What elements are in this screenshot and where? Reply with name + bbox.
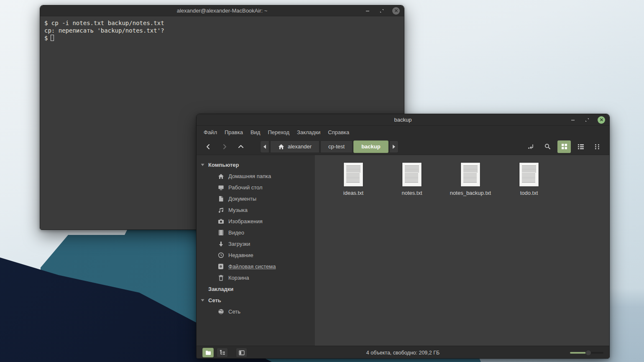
sidebar-row[interactable]: Компьютер	[197, 159, 315, 171]
text-file-thumbnail-icon	[402, 163, 422, 186]
sidebar-row[interactable]: Корзина	[197, 272, 315, 283]
text-file-thumbnail-icon	[344, 163, 363, 186]
terminal-cursor	[51, 35, 54, 41]
camera-icon	[217, 219, 224, 224]
filesystem-icon	[217, 263, 224, 270]
file-manager-window[interactable]: backup ФайлПравкаВидПереходЗакладкиСправ…	[196, 114, 610, 359]
search-icon[interactable]	[541, 140, 554, 153]
terminal-prompt-line: $	[44, 34, 400, 42]
close-icon[interactable]	[598, 116, 605, 124]
menu-item[interactable]: Вид	[247, 127, 264, 137]
breadcrumb-segment[interactable]: backup	[353, 140, 388, 153]
show-treeview-button[interactable]	[217, 348, 228, 357]
text-file-thumbnail-icon	[461, 163, 480, 186]
forward-button[interactable]	[218, 141, 231, 153]
zoom-slider-handle[interactable]	[585, 350, 591, 356]
menu-item[interactable]: Правка	[221, 127, 247, 137]
compact-view-button[interactable]	[591, 140, 604, 153]
video-icon	[217, 229, 224, 236]
zoom-slider[interactable]	[570, 349, 603, 356]
status-text: 4 объекта, свободно: 209,2 ГБ	[197, 350, 609, 356]
breadcrumb-segment[interactable]: cp-test	[320, 140, 353, 153]
breadcrumb-segment[interactable]: alexander	[270, 140, 319, 153]
menu-item[interactable]: Справка	[324, 127, 353, 137]
file-manager-titlebar[interactable]: backup	[197, 114, 609, 126]
toggle-sidebar-button[interactable]	[236, 348, 247, 357]
file-item[interactable]: ideas.txt	[324, 163, 383, 196]
icon-view-button[interactable]	[557, 140, 571, 153]
clock-icon	[217, 252, 224, 258]
sidebar-row[interactable]: Музыка	[197, 204, 315, 216]
sidebar: Компьютер Домашняя папка Рабочий стол До…	[197, 155, 315, 346]
sidebar-row[interactable]: Сеть	[197, 306, 315, 317]
file-item[interactable]: notes.txt	[383, 163, 441, 196]
file-item[interactable]: todo.txt	[500, 163, 558, 196]
show-places-button[interactable]	[202, 348, 214, 357]
sidebar-row[interactable]: Сеть	[197, 295, 315, 306]
desktop-wallpaper: alexander@alexander-MacBookAir: ~ $ cp -…	[0, 0, 644, 362]
toolbar: alexander cp-test backup	[197, 138, 609, 155]
home-icon	[217, 173, 224, 179]
sidebar-row[interactable]: Закладки	[197, 283, 315, 295]
sidebar-row[interactable]: Документы	[197, 193, 315, 204]
sidebar-row[interactable]: Файловая система	[197, 261, 315, 272]
network-icon	[217, 308, 224, 315]
file-manager-title: backup	[394, 117, 412, 123]
toggle-location-entry-icon[interactable]	[524, 140, 537, 153]
menu-item[interactable]: Закладки	[293, 127, 324, 137]
statusbar: 4 объекта, свободно: 209,2 ГБ	[197, 346, 609, 359]
terminal-title: alexander@alexander-MacBookAir: ~	[177, 8, 268, 14]
breadcrumb-scroll-left-icon[interactable]	[260, 140, 269, 153]
sidebar-row[interactable]: Рабочий стол	[197, 182, 315, 193]
home-icon	[278, 144, 284, 150]
terminal-line: cp: переписать 'backup/notes.txt'?	[44, 27, 400, 34]
terminal-line: $ cp -i notes.txt backup/notes.txt	[44, 19, 400, 27]
breadcrumb: alexander cp-test backup	[260, 140, 399, 153]
text-file-thumbnail-icon	[519, 163, 539, 186]
sidebar-row[interactable]: Видео	[197, 227, 315, 238]
sidebar-row[interactable]: Изображения	[197, 216, 315, 227]
back-button[interactable]	[202, 141, 215, 153]
breadcrumb-scroll-right-icon[interactable]	[389, 140, 399, 153]
desktop-icon	[217, 185, 224, 191]
chevron-down-icon[interactable]	[201, 299, 205, 302]
maximize-icon[interactable]	[378, 7, 386, 15]
download-icon	[217, 241, 224, 247]
menu-item[interactable]: Файл	[200, 127, 221, 137]
close-icon[interactable]	[392, 7, 400, 15]
sidebar-row[interactable]: Недавние	[197, 250, 315, 261]
sidebar-row[interactable]: Домашняя папка	[197, 171, 315, 182]
menubar: ФайлПравкаВидПереходЗакладкиСправка	[197, 126, 609, 138]
minimize-icon[interactable]	[364, 7, 371, 15]
chevron-down-icon[interactable]	[201, 163, 205, 166]
file-item[interactable]: notes_backup.txt	[441, 163, 500, 196]
minimize-icon[interactable]	[569, 116, 577, 124]
maximize-icon[interactable]	[583, 116, 591, 124]
sidebar-row[interactable]: Загрузки	[197, 238, 315, 250]
menu-item[interactable]: Переход	[264, 127, 293, 137]
up-button[interactable]	[234, 141, 248, 153]
music-icon	[217, 207, 224, 213]
trash-icon	[217, 275, 224, 281]
terminal-titlebar[interactable]: alexander@alexander-MacBookAir: ~	[40, 5, 404, 16]
document-icon	[217, 196, 224, 202]
file-list-area[interactable]: ideas.txt notes.txt notes_backup.txt tod…	[315, 155, 609, 346]
list-view-button[interactable]	[574, 140, 588, 153]
